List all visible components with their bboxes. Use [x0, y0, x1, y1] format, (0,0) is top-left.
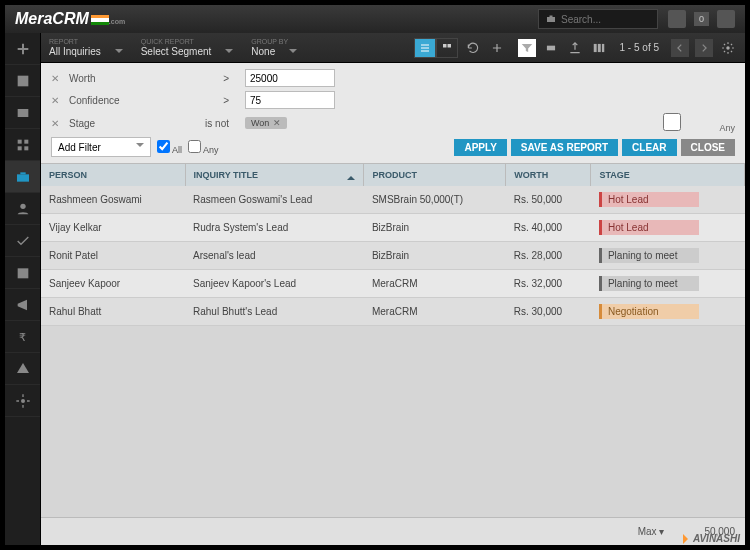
filter-icon[interactable] — [518, 39, 536, 57]
svg-rect-11 — [17, 268, 28, 278]
export-icon[interactable] — [566, 39, 584, 57]
cell-worth: Rs. 28,000 — [506, 242, 591, 270]
cell-worth: Rs. 40,000 — [506, 214, 591, 242]
settings-icon[interactable] — [719, 39, 737, 57]
groupby-value: None — [251, 46, 275, 57]
svg-rect-18 — [597, 43, 600, 51]
filter-row: ✕ Worth > — [51, 69, 735, 87]
close-button[interactable]: CLOSE — [681, 139, 735, 156]
stage-badge: Hot Lead — [599, 220, 699, 235]
cell-stage: Hot Lead — [591, 186, 745, 214]
filter-row: ✕ Stage is not Won✕ Any — [51, 113, 735, 133]
groupby-selector[interactable]: GROUP BY None — [251, 38, 297, 57]
fuel-icon[interactable] — [668, 10, 686, 28]
sidebar-calendar[interactable] — [5, 257, 40, 289]
svg-rect-1 — [549, 16, 552, 18]
stage-badge: Planing to meet — [599, 276, 699, 291]
cell-stage: Planing to meet — [591, 242, 745, 270]
search-input[interactable] — [561, 14, 651, 25]
user-avatar[interactable] — [717, 10, 735, 28]
column-header[interactable]: INQUIRY TITLE — [185, 164, 364, 186]
view-card[interactable] — [436, 38, 458, 58]
sidebar-dashboard[interactable] — [5, 65, 40, 97]
cell-person: Ronit Patel — [41, 242, 185, 270]
svg-rect-2 — [17, 75, 28, 86]
column-header[interactable]: PERSON — [41, 164, 185, 186]
quickreport-selector[interactable]: QUICK REPORT Select Segment — [141, 38, 234, 57]
filter-panel: ✕ Worth > ✕ Confidence > ✕ Stage is not … — [41, 63, 745, 164]
caret-down-icon — [289, 49, 297, 57]
sidebar-contacts[interactable] — [5, 97, 40, 129]
remove-filter-icon[interactable]: ✕ — [51, 118, 61, 129]
refresh-icon[interactable] — [464, 39, 482, 57]
add-icon[interactable] — [488, 39, 506, 57]
column-header[interactable]: WORTH — [506, 164, 591, 186]
cell-title: Sanjeev Kapoor's Lead — [185, 270, 364, 298]
remove-filter-icon[interactable]: ✕ — [51, 95, 61, 106]
column-header[interactable]: STAGE — [591, 164, 745, 186]
filter-value-input[interactable] — [245, 91, 335, 109]
svg-rect-19 — [601, 43, 603, 51]
top-icons: 0 — [668, 10, 735, 28]
report-selector[interactable]: REPORT All Inquiries — [49, 38, 123, 57]
sidebar-people[interactable] — [5, 193, 40, 225]
stage-badge: Hot Lead — [599, 192, 699, 207]
table-row[interactable]: Rahul Bhatt Rahul Bhutt's Lead MeraCRM R… — [41, 298, 745, 326]
pager-next[interactable] — [695, 39, 713, 57]
column-header[interactable]: PRODUCT — [364, 164, 506, 186]
filter-any-checkbox[interactable]: Any — [188, 140, 219, 155]
sidebar-add[interactable] — [5, 33, 40, 65]
svg-rect-8 — [17, 174, 29, 181]
stage-badge: Planing to meet — [599, 248, 699, 263]
clear-button[interactable]: CLEAR — [622, 139, 676, 156]
sidebar-tasks[interactable] — [5, 225, 40, 257]
table-row[interactable]: Vijay Kelkar Rudra System's Lead BizBrai… — [41, 214, 745, 242]
footer-max[interactable]: Max ▾ — [638, 526, 665, 537]
cell-worth: Rs. 30,000 — [506, 298, 591, 326]
cell-product: SMSBrain 50,000(T) — [364, 186, 506, 214]
sidebar-campaigns[interactable] — [5, 289, 40, 321]
filter-any-toggle[interactable]: Any — [627, 113, 735, 133]
svg-rect-4 — [17, 139, 21, 143]
columns-icon[interactable] — [590, 39, 608, 57]
sidebar-grid[interactable] — [5, 129, 40, 161]
table-row[interactable]: Sanjeev Kapoor Sanjeev Kapoor's Lead Mer… — [41, 270, 745, 298]
svg-point-13 — [21, 399, 25, 403]
filter-operator: > — [177, 95, 237, 106]
svg-rect-3 — [17, 109, 28, 117]
filter-tag[interactable]: Won✕ — [245, 117, 287, 129]
svg-point-10 — [20, 203, 25, 208]
sidebar: ₹ — [5, 33, 41, 545]
global-search[interactable] — [538, 9, 658, 29]
filter-value-input[interactable] — [245, 69, 335, 87]
sidebar-inquiries[interactable] — [5, 161, 40, 193]
pager-prev[interactable] — [671, 39, 689, 57]
add-filter-dropdown[interactable]: Add Filter — [51, 137, 151, 157]
logo-text: MeraCRM — [15, 10, 89, 27]
cell-product: BizBrain — [364, 214, 506, 242]
view-list[interactable] — [414, 38, 436, 58]
cell-title: Rudra System's Lead — [185, 214, 364, 242]
table-row[interactable]: Ronit Patel Arsenal's lead BizBrain Rs. … — [41, 242, 745, 270]
notification-badge[interactable]: 0 — [694, 12, 709, 26]
svg-rect-7 — [24, 146, 28, 150]
triangle-icon — [683, 534, 693, 544]
sidebar-drive[interactable] — [5, 353, 40, 385]
remove-filter-icon[interactable]: ✕ — [51, 73, 61, 84]
data-grid: PERSONINQUIRY TITLEPRODUCTWORTHSTAGE Ras… — [41, 164, 745, 517]
apply-button[interactable]: APPLY — [454, 139, 506, 156]
svg-text:₹: ₹ — [19, 331, 26, 343]
print-icon[interactable] — [542, 39, 560, 57]
caret-down-icon — [115, 49, 123, 57]
cell-worth: Rs. 50,000 — [506, 186, 591, 214]
filter-field: Confidence — [69, 95, 169, 106]
svg-rect-16 — [546, 45, 554, 50]
filter-all-checkbox[interactable]: All — [157, 140, 182, 155]
svg-point-20 — [726, 46, 730, 50]
save-report-button[interactable]: SAVE AS REPORT — [511, 139, 618, 156]
table-row[interactable]: Rashmeen Goswami Rasmeen Goswami's Lead … — [41, 186, 745, 214]
svg-rect-14 — [443, 44, 447, 48]
cell-person: Rashmeen Goswami — [41, 186, 185, 214]
sidebar-finance[interactable]: ₹ — [5, 321, 40, 353]
sidebar-settings[interactable] — [5, 385, 40, 417]
